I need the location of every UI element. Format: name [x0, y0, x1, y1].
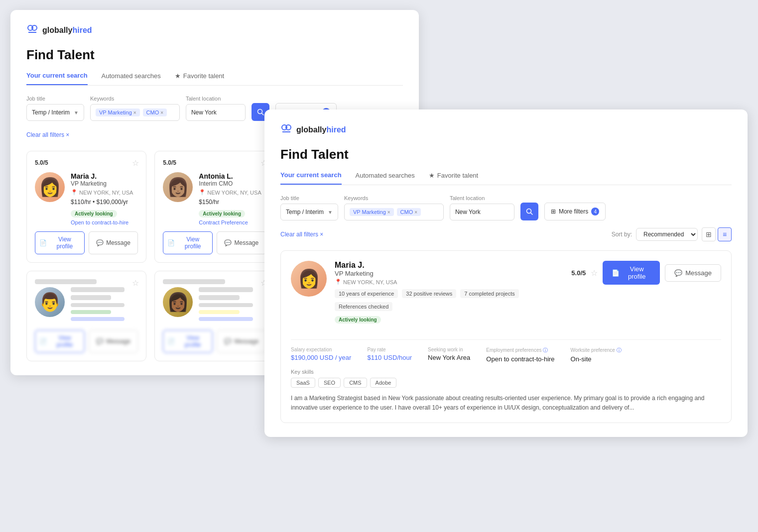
list-avatar: 👩: [291, 261, 327, 297]
pay-rate-value: $110 USD/hour: [367, 354, 412, 361]
view-profile-btn-blurred-1[interactable]: 📄 View profile: [163, 330, 213, 353]
detail-employment: Employment preferences ⓘ Open to contrac…: [486, 347, 554, 363]
list-card-role: VP Marketing: [335, 270, 571, 277]
location-input[interactable]: New York: [186, 104, 246, 121]
list-tag-vp-marketing[interactable]: VP Marketing ×: [350, 208, 394, 216]
list-clear-filters-button[interactable]: Clear all filters ×: [280, 231, 323, 238]
card-star-0[interactable]: ☆: [132, 158, 139, 168]
message-btn-1[interactable]: 💬Message: [217, 231, 266, 254]
list-tag-cmo[interactable]: CMO ×: [397, 208, 421, 216]
card-name-0: Maria J.: [71, 172, 138, 180]
talent-card-blurred-0: ☆ 👨 📄 View profile: [26, 271, 146, 361]
message-btn-blurred-1[interactable]: 💬 Message: [217, 330, 266, 353]
list-grid-view-icon[interactable]: ⊞: [702, 227, 716, 241]
card-avatar-row-1: 👩🏽 Antonia L. Interim CMO 📍NEW YORK, NY,…: [163, 172, 266, 225]
tag-cmo[interactable]: CMO ×: [143, 108, 167, 116]
list-location-filter-group: Talent location New York: [450, 195, 514, 220]
badge-reviews: 32 positive reviews: [402, 289, 456, 298]
list-job-title-label: Job title: [280, 195, 338, 201]
talent-card-0: 5.0/5 ☆ 👩 Maria J. VP Marketing 📍NEW YOR…: [26, 151, 146, 263]
pay-rate-label: Pay rate: [367, 347, 412, 352]
card-info-blurred-0: [71, 287, 138, 324]
view-profile-btn-0[interactable]: 📄View profile: [35, 231, 85, 254]
detail-worksite: Worksite preference ⓘ On-site: [571, 347, 622, 363]
card-star-blurred-0[interactable]: ☆: [132, 278, 139, 288]
view-profile-btn-1[interactable]: 📄View profile: [163, 231, 213, 254]
list-card-star[interactable]: ☆: [591, 268, 598, 278]
list-card-name: Maria J.: [335, 261, 571, 270]
card-location-0: 📍NEW YORK, NY, USA: [71, 189, 138, 196]
salary-value: $190,000 USD / year: [291, 354, 351, 361]
status-badge-1: Actively looking: [199, 210, 245, 217]
detail-pay-rate: Pay rate $110 USD/hour: [367, 347, 412, 363]
status-badge-0: Actively looking: [71, 210, 117, 217]
skill-tags: SaaS SEO CMS Adobe: [291, 378, 721, 388]
message-btn-0[interactable]: 💬Message: [89, 231, 138, 254]
list-location-input[interactable]: New York: [450, 204, 514, 220]
clear-filters-button[interactable]: Clear all filters ×: [26, 131, 69, 138]
list-card-location: 📍NEW YORK, NY, USA: [335, 279, 571, 285]
skill-cms: CMS: [344, 378, 367, 388]
bio-text: I am a Marketing Strategist based in New…: [291, 394, 721, 413]
tab-automated-searches[interactable]: Automated searches: [102, 72, 161, 85]
location-filter-group: Talent location New York: [186, 96, 246, 121]
list-more-filters-button[interactable]: ⊞ More filters 4: [544, 203, 606, 220]
talent-card-1: 5.0/5 ☆ 👩🏽 Antonia L. Interim CMO 📍NEW Y…: [154, 151, 274, 263]
list-view-profile-btn[interactable]: 📄View profile: [603, 261, 660, 285]
job-title-label: Job title: [26, 96, 84, 102]
blur-score-1: [163, 279, 225, 284]
list-sort-controls: Sort by: Recommended Newest Rating ⊞ ≡: [612, 227, 732, 241]
card-rate-1: $150/hr: [199, 199, 266, 206]
card-actions-blurred-0: 📄 View profile 💬 Message: [35, 330, 138, 353]
tag-vp-marketing[interactable]: VP Marketing ×: [96, 108, 140, 116]
card-role-1: Interim CMO: [199, 180, 266, 187]
skill-saas: SaaS: [291, 378, 315, 388]
keywords-filter-group: Keywords VP Marketing × CMO ×: [90, 96, 180, 121]
location-label: Talent location: [186, 96, 246, 102]
list-status-badge: Actively looking: [335, 316, 381, 323]
card-rate-0: $110/hr • $190,000/yr: [71, 199, 138, 206]
list-keywords-label: Keywords: [344, 195, 444, 201]
list-tab-current-search[interactable]: Your current search: [280, 171, 342, 185]
list-list-view-icon[interactable]: ≡: [718, 227, 732, 241]
card-avatar-row-blurred-1: 👩🏾: [163, 287, 266, 324]
logo-text: globallyhired: [42, 26, 92, 35]
list-filter-icon: ⊞: [551, 208, 556, 215]
card-info-1: Antonia L. Interim CMO 📍NEW YORK, NY, US…: [199, 172, 266, 225]
list-search-button[interactable]: [520, 203, 538, 220]
list-message-btn[interactable]: 💬Message: [665, 264, 721, 282]
skills-row: Key skills SaaS SEO CMS Adobe: [291, 369, 721, 388]
worksite-value: On-site: [571, 355, 622, 363]
list-keywords-input[interactable]: VP Marketing × CMO ×: [344, 204, 444, 220]
message-btn-blurred-0[interactable]: 💬 Message: [89, 330, 138, 353]
avatar-blurred-0: 👨: [35, 287, 65, 317]
card-score-1: 5.0/5: [163, 159, 266, 166]
list-logo-icon: [280, 123, 292, 136]
list-view-icons: ⊞ ≡: [702, 227, 732, 241]
skill-adobe: Adobe: [370, 378, 397, 388]
tab-bar: Your current search Automated searches ★…: [26, 72, 403, 86]
svg-line-5: [261, 113, 263, 115]
detail-seeking: Seeking work in New York Area: [428, 347, 470, 363]
job-title-input[interactable]: Temp / Interim ▼: [26, 104, 84, 121]
talent-card-blurred-1: ☆ 👩🏾 📄 View profile: [154, 271, 274, 361]
salary-label: Salary expectation: [291, 347, 351, 352]
list-sort-select[interactable]: Recommended Newest Rating: [636, 228, 698, 241]
list-logo-text: globallyhired: [296, 125, 346, 134]
list-job-title-input[interactable]: Temp / Interim ▼: [280, 204, 338, 220]
keywords-label: Keywords: [90, 96, 180, 102]
list-filter-count-badge: 4: [591, 208, 599, 215]
employment-label: Employment preferences ⓘ: [486, 347, 554, 354]
view-profile-btn-blurred-0[interactable]: 📄 View profile: [35, 330, 85, 353]
keywords-input[interactable]: VP Marketing × CMO ×: [90, 104, 180, 121]
list-tab-favorite-talent[interactable]: ★ Favorite talent: [429, 171, 478, 185]
skill-seo: SEO: [318, 378, 341, 388]
card-score-0: 5.0/5: [35, 159, 138, 166]
logo: globallyhired: [26, 24, 403, 36]
card-preference-1: Contract Preference: [199, 219, 266, 225]
tab-favorite-talent[interactable]: ★ Favorite talent: [175, 72, 224, 85]
tab-current-search[interactable]: Your current search: [26, 72, 88, 85]
list-tab-automated-searches[interactable]: Automated searches: [356, 171, 415, 185]
list-card-actions: 5.0/5 ☆ 📄View profile 💬Message: [571, 261, 721, 285]
seeking-value: New York Area: [428, 354, 470, 361]
